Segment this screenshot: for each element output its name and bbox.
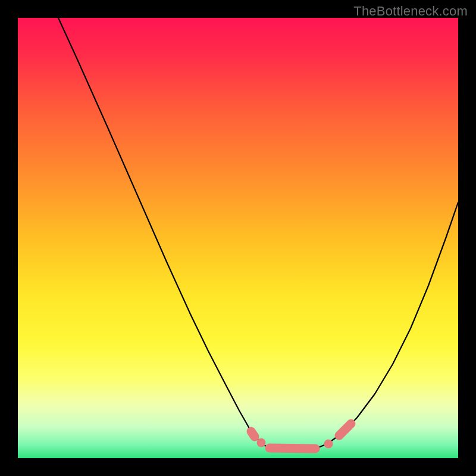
marker-dot-0 — [257, 439, 266, 447]
plot-area — [18, 18, 458, 458]
marker-capsule-2 — [339, 424, 351, 436]
marker-capsule-1 — [270, 448, 315, 449]
marker-dot-1 — [324, 440, 333, 449]
highlight-markers — [18, 18, 458, 458]
watermark-text: TheBottleneck.com — [353, 4, 468, 19]
marker-capsule-0 — [251, 431, 255, 437]
chart-frame: TheBottleneck.com — [0, 0, 476, 476]
